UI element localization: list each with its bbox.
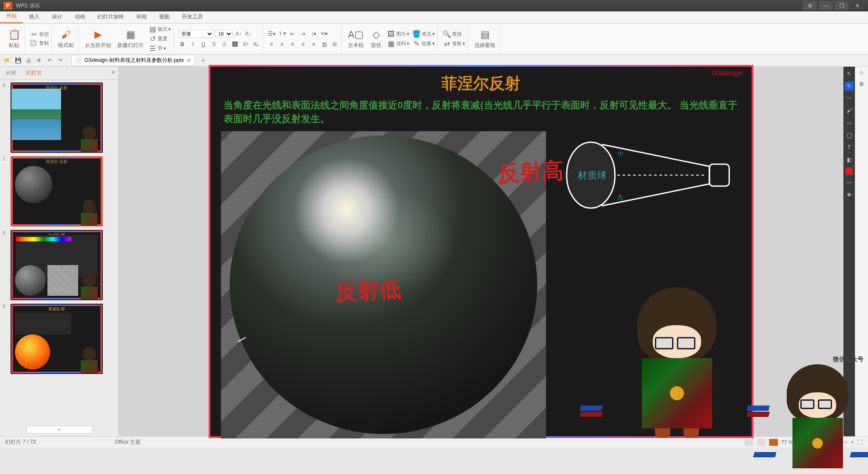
increase-font-icon[interactable]: A↑	[235, 30, 242, 38]
section-button[interactable]: ☰节 ▾	[148, 44, 171, 53]
font-select[interactable]: 宋体	[178, 30, 213, 38]
minimize-button[interactable]: —	[819, 1, 833, 10]
open-icon[interactable]: 📂	[4, 57, 11, 65]
pointer-tool[interactable]: ↖	[845, 69, 854, 78]
cut-button[interactable]: ✂剪切	[29, 30, 49, 39]
underline-button[interactable]: U	[199, 40, 207, 48]
thickness-tool[interactable]: —	[845, 178, 854, 187]
close-button[interactable]: ✕	[850, 1, 864, 10]
backup-icon[interactable]: ↻	[860, 70, 864, 76]
vertical-align-button[interactable]: ⊟	[331, 40, 339, 48]
numbering-button[interactable]: ⒈▾	[278, 30, 286, 38]
decrease-font-icon[interactable]: A↓	[244, 30, 252, 38]
find-button[interactable]: 🔍查找	[442, 30, 465, 39]
reset-button[interactable]: ↺重置	[148, 35, 171, 43]
svg-text:材质球: 材质球	[577, 170, 607, 181]
document-tab[interactable]: 📄 GSdesign-材料表现之材料及参数分析.pptx ✕	[71, 55, 195, 66]
slide-thumbnail-7[interactable]: 菲涅尔 反射	[11, 156, 103, 226]
align-center-button[interactable]: ≡	[278, 40, 286, 48]
format-painter-button[interactable]: 🖌 格式刷	[56, 28, 76, 50]
outline-button[interactable]: ✎轮廓 ▾	[412, 40, 435, 48]
app-logo: P	[4, 2, 12, 10]
tab-animation[interactable]: 动画	[69, 11, 91, 23]
tab-developer[interactable]: 开发工具	[176, 11, 209, 23]
doc-close-button[interactable]: ✕	[187, 57, 191, 64]
strikethrough-button[interactable]: S	[210, 40, 218, 48]
indent-decrease-button[interactable]: ⇤	[289, 30, 297, 38]
rect-tool[interactable]: ▭	[845, 118, 854, 127]
sorter-view-button[interactable]	[757, 439, 766, 446]
maximize-button[interactable]: ❐	[835, 1, 849, 10]
replace-button[interactable]: ⇄替换 ▾	[442, 40, 465, 48]
shape-button[interactable]: ◇ 形状	[368, 28, 384, 50]
align-justify-button[interactable]: ≡	[299, 40, 307, 48]
align-left-button[interactable]: ≡	[268, 40, 275, 48]
text-tool[interactable]: T	[845, 143, 854, 152]
eraser-tool[interactable]: ◧	[845, 155, 854, 164]
tab-design[interactable]: 设计	[46, 11, 69, 23]
new-slide-button[interactable]: ▦ 新建幻灯片	[116, 28, 145, 50]
add-slide-button[interactable]: +	[26, 426, 92, 434]
tab-insert[interactable]: 插入	[23, 11, 46, 23]
highlight-button[interactable]: 🅰	[231, 40, 239, 48]
layout-button[interactable]: ▤版式 ▾	[148, 25, 171, 34]
fontsize-select[interactable]: 18	[215, 30, 233, 38]
move-tool[interactable]: ✥	[845, 190, 854, 199]
doc-icon: 📄	[75, 57, 82, 64]
textbox-button[interactable]: A▢ 文本框	[346, 28, 365, 50]
play-icon: ▶	[92, 29, 104, 41]
slides-tab[interactable]: 幻灯片	[21, 67, 47, 79]
thumbnail-list[interactable]: 6 菲涅尔 反射 7 菲涅尔 反射 8	[0, 80, 118, 423]
fontcolor-button[interactable]: A	[221, 40, 228, 48]
search-icon: 🔍	[442, 30, 451, 39]
redo-icon[interactable]: ↷	[56, 57, 64, 65]
add-document-button[interactable]: +	[201, 57, 205, 65]
ellipse-tool[interactable]: ◯	[845, 131, 854, 140]
tab-start[interactable]: 开始	[0, 10, 23, 23]
print-icon[interactable]: 🖨	[25, 57, 33, 65]
italic-button[interactable]: I	[189, 40, 197, 48]
settings-icon[interactable]: ⚙	[803, 1, 817, 10]
subscript-button[interactable]: X₂	[252, 40, 260, 48]
tab-view[interactable]: 视图	[153, 11, 176, 23]
copy-button[interactable]: ⿻复制	[29, 39, 49, 48]
tab-review[interactable]: 审阅	[130, 11, 153, 23]
columns-button[interactable]: ▥	[320, 40, 328, 48]
panel-close-button[interactable]: ✕	[111, 69, 116, 75]
bold-button[interactable]: B	[178, 40, 186, 48]
slide-thumbnail-8[interactable]: 合成贴 图	[11, 230, 103, 300]
color-swatch[interactable]	[846, 168, 853, 175]
tab-slideshow[interactable]: 幻灯片放映	[91, 11, 130, 23]
save-icon[interactable]: 💾	[14, 57, 22, 65]
outline-tab[interactable]: 大纲	[0, 67, 21, 79]
print-preview-icon[interactable]: 👁	[35, 57, 43, 65]
fill-button[interactable]: 🪣填充 ▾	[412, 30, 435, 39]
textbox-icon: A▢	[350, 29, 362, 41]
from-current-button[interactable]: ▶ 从当前开始	[83, 28, 113, 50]
layout-icon: ▤	[148, 25, 157, 34]
superscript-button[interactable]: X²	[242, 40, 250, 48]
new-slide-icon: ▦	[124, 29, 137, 41]
paste-button[interactable]: 📋 粘贴	[6, 28, 22, 50]
align-right-button[interactable]: ≡	[289, 40, 297, 48]
slide-thumbnail-6[interactable]: 菲涅尔 反射	[11, 83, 103, 153]
arrange-button[interactable]: ▦排列 ▾	[387, 40, 409, 48]
pen-tool[interactable]: ✎	[845, 82, 854, 90]
image-button[interactable]: 🖼图片 ▾	[387, 30, 409, 39]
text-direction-button[interactable]: ⟲▾	[320, 30, 328, 38]
indent-increase-button[interactable]: ⇥	[299, 30, 307, 38]
highlighter-tool[interactable]: 〰	[845, 94, 854, 103]
select-pane-button[interactable]: ▤ 选择窗格	[473, 28, 497, 50]
align-distribute-button[interactable]: ≡	[310, 40, 318, 48]
scissors-icon: ✂	[29, 30, 38, 39]
svg-rect-1	[709, 164, 729, 186]
sphere-render: 反射高 反射低	[221, 131, 546, 438]
bullets-button[interactable]: ☰▾	[268, 30, 275, 38]
slide-thumbnail-9[interactable]: 衰减贴 图	[11, 304, 103, 374]
slide-canvas[interactable]: GSdesign 菲涅尔反射 当角度在光线和表面法线之间角度值接近0度时，反射将…	[119, 67, 843, 436]
slide-panel: 大纲 幻灯片 ✕ 6 菲涅尔 反射 7 菲涅尔 反射	[0, 67, 119, 436]
annotation-low: 反射低	[334, 274, 401, 307]
undo-icon[interactable]: ↶	[46, 57, 54, 65]
brush-tool[interactable]: 🖌	[845, 106, 854, 115]
line-spacing-button[interactable]: ↕▾	[310, 30, 318, 38]
